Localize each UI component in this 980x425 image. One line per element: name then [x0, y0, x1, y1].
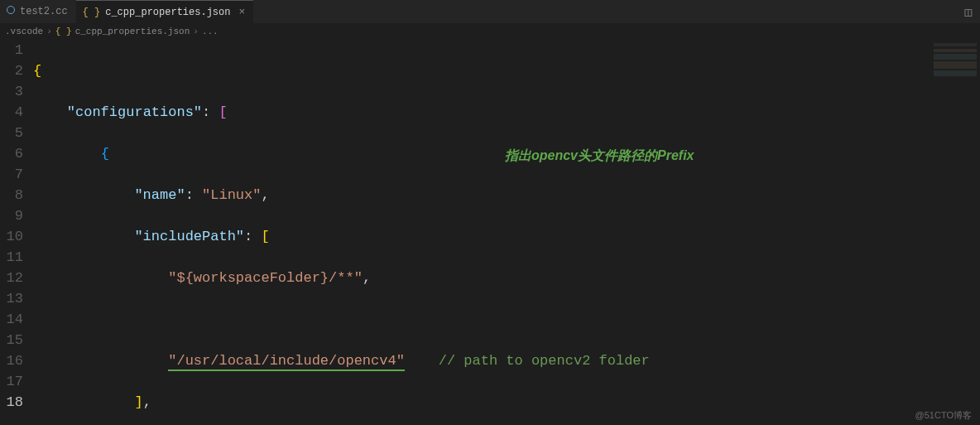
code-content[interactable]: { "configurations": [ { "name": "Linux",… [33, 40, 980, 425]
split-editor-icon[interactable]: ◫ [965, 5, 972, 19]
code-editor[interactable]: 1 2 3 4 5 6 7 8 9 10 11 12 13 14 15 16 1… [0, 40, 980, 425]
breadcrumb-folder: .vscode [5, 27, 43, 36]
json-file-icon: { } [55, 27, 72, 36]
tab-test2[interactable]: test2.cc [0, 0, 76, 23]
tab-bar: test2.cc { } c_cpp_properties.json × ◫ [0, 0, 980, 23]
c-file-icon [7, 6, 15, 17]
chevron-right-icon: › [193, 27, 199, 36]
minimap[interactable] [934, 43, 977, 80]
tab-label: test2.cc [20, 6, 68, 17]
close-icon[interactable]: × [238, 6, 245, 18]
tab-label: c_cpp_properties.json [105, 7, 230, 18]
annotation-opencv-prefix: 指出opencv头文件路径的Prefix [505, 145, 694, 166]
breadcrumb-more: ... [202, 27, 219, 36]
breadcrumb[interactable]: .vscode › { } c_cpp_properties.json › ..… [0, 23, 980, 40]
chevron-right-icon: › [46, 27, 52, 36]
tab-c-cpp-properties[interactable]: { } c_cpp_properties.json × [76, 0, 254, 23]
json-file-icon: { } [83, 7, 101, 18]
watermark: @51CTO博客 [915, 409, 972, 422]
line-numbers: 1 2 3 4 5 6 7 8 9 10 11 12 13 14 15 16 1… [0, 40, 33, 425]
breadcrumb-file: c_cpp_properties.json [75, 27, 190, 36]
